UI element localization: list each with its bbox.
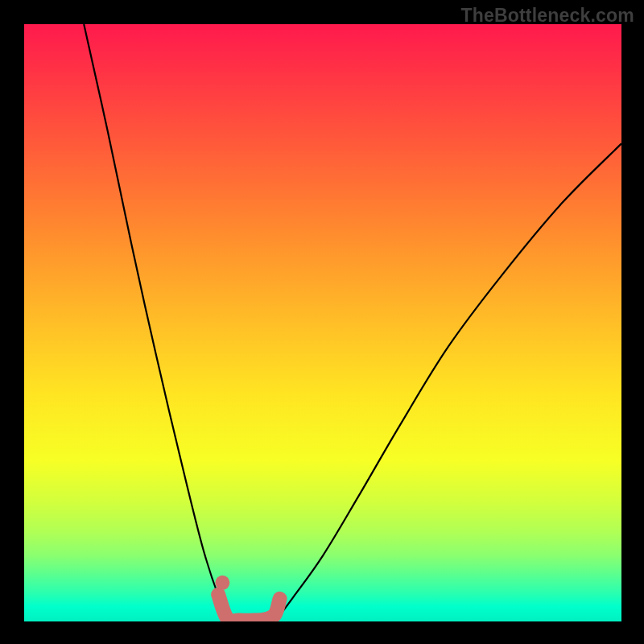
watermark-text: TheBottleneck.com <box>460 5 634 27</box>
chart-frame: TheBottleneck.com <box>0 0 644 644</box>
series-floor-band <box>218 595 279 621</box>
series-right-ascent <box>275 143 621 621</box>
series-floor-dot <box>215 576 229 590</box>
plot-area <box>24 24 621 621</box>
series-left-descent <box>84 24 230 621</box>
curves-layer <box>24 24 621 621</box>
